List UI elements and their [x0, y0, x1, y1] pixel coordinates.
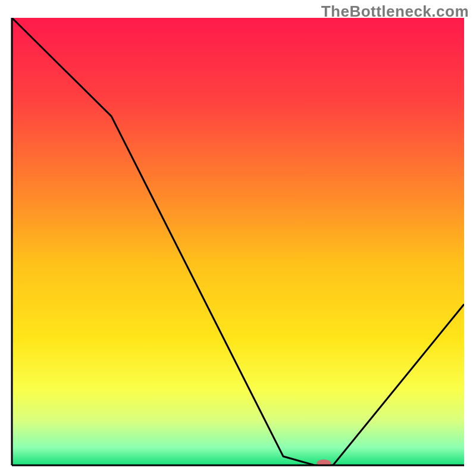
watermark-text: TheBottleneck.com [321, 2, 469, 21]
bottleneck-chart: TheBottleneck.com [0, 0, 476, 476]
chart-canvas [0, 0, 476, 476]
